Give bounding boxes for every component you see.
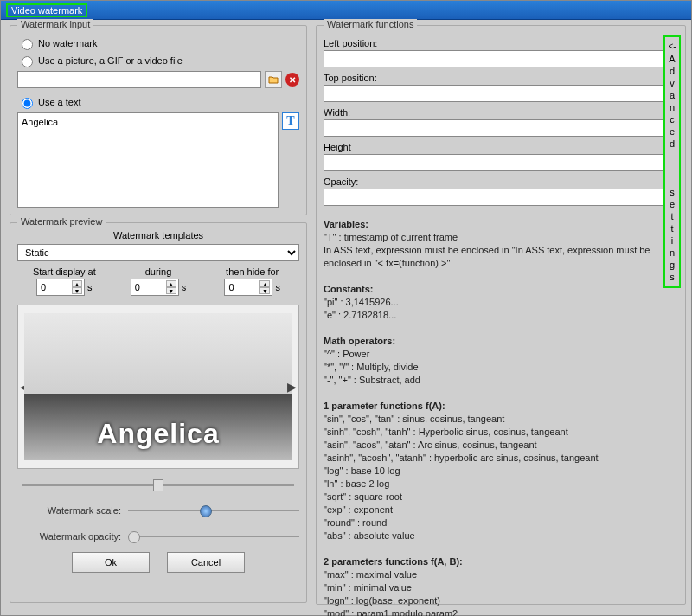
scale-slider[interactable]: [128, 504, 299, 517]
spin-up-icon[interactable]: ▲: [166, 280, 176, 287]
left-position-input[interactable]: [324, 50, 678, 67]
during-input[interactable]: [133, 281, 164, 293]
spin-down-icon[interactable]: ▼: [72, 287, 82, 294]
during-label: during: [112, 266, 206, 277]
scrub-thumb[interactable]: [153, 479, 163, 491]
spin-down-icon[interactable]: ▼: [166, 287, 176, 294]
clear-file-button[interactable]: ✕: [285, 73, 299, 87]
preview-image: Angelica: [24, 313, 292, 460]
opacity-fn-input[interactable]: [324, 189, 678, 206]
advanced-settings-label: Advancedsettings: [665, 53, 679, 283]
help-text: Variables: "T" : timestamp of current fr…: [324, 218, 678, 616]
cancel-button[interactable]: Cancel: [167, 552, 245, 573]
dialog-content: Watermark input No watermark Use a pictu…: [1, 20, 691, 615]
preview-area: ◀ Angelica ▶: [17, 305, 299, 469]
width-label: Width:: [324, 107, 678, 118]
unit-seconds: s: [182, 282, 187, 292]
window-title: Video watermark: [6, 3, 87, 17]
watermark-input-title: Watermark input: [17, 19, 93, 29]
watermark-preview-title: Watermark preview: [17, 216, 106, 227]
opacity-slider[interactable]: [128, 529, 299, 543]
templates-label: Watermark templates: [17, 230, 299, 241]
start-display-label: Start display at: [17, 266, 112, 277]
top-position-label: Top position:: [324, 73, 678, 83]
next-frame-button[interactable]: ▶: [287, 380, 297, 394]
use-text-option[interactable]: Use a text: [17, 95, 299, 109]
start-display-spinner[interactable]: ▲▼: [36, 279, 85, 296]
use-picture-label: Use a picture, a GIF or a video file: [38, 55, 183, 66]
use-text-label: Use a text: [38, 97, 81, 107]
unit-seconds: s: [87, 282, 93, 292]
preview-watermark-text: Angelica: [24, 418, 292, 450]
no-watermark-label: No watermark: [38, 38, 97, 48]
no-watermark-option[interactable]: No watermark: [17, 36, 299, 50]
left-column: Watermark input No watermark Use a pictu…: [1, 20, 312, 615]
template-combo[interactable]: Static: [17, 244, 299, 261]
slider-track: [128, 536, 299, 537]
right-column: Watermark functions Left position: Top p…: [312, 20, 691, 615]
hide-label: then hide for: [205, 266, 299, 277]
use-text-radio[interactable]: [22, 98, 33, 109]
text-style-button[interactable]: T: [282, 112, 299, 130]
window-titlebar[interactable]: Video watermark: [1, 1, 691, 20]
video-watermark-dialog: Video watermark <- Advancedsettings Wate…: [0, 0, 692, 616]
height-label: Height: [324, 142, 678, 152]
watermark-preview-group: Watermark preview Watermark templates St…: [10, 222, 307, 603]
picture-path-input[interactable]: [17, 71, 261, 88]
height-input[interactable]: [324, 154, 678, 171]
watermark-functions-title: Watermark functions: [324, 19, 417, 29]
ok-button[interactable]: Ok: [72, 552, 150, 573]
during-spinner[interactable]: ▲▼: [131, 279, 179, 296]
left-position-label: Left position:: [324, 38, 678, 48]
unit-seconds: s: [275, 282, 280, 292]
timeline-scrubber[interactable]: [17, 479, 299, 491]
watermark-text-input[interactable]: [17, 112, 279, 208]
scale-label: Watermark scale:: [17, 505, 121, 516]
use-picture-radio[interactable]: [22, 56, 33, 67]
slider-track: [128, 510, 299, 511]
folder-icon: [268, 74, 279, 85]
opacity-label: Watermark opacity:: [17, 531, 121, 542]
advanced-settings-tab[interactable]: <- Advancedsettings: [663, 35, 681, 288]
spin-down-icon[interactable]: ▼: [260, 287, 270, 294]
spin-up-icon[interactable]: ▲: [260, 280, 270, 287]
hide-spinner[interactable]: ▲▼: [224, 279, 272, 296]
start-display-input[interactable]: [39, 281, 70, 293]
scale-thumb[interactable]: [200, 505, 212, 517]
spin-up-icon[interactable]: ▲: [72, 280, 82, 287]
hide-input[interactable]: [227, 281, 258, 293]
watermark-input-group: Watermark input No watermark Use a pictu…: [10, 25, 307, 215]
browse-file-button[interactable]: [265, 71, 282, 88]
width-input[interactable]: [324, 119, 678, 137]
top-position-input[interactable]: [324, 85, 678, 102]
opacity-fn-label: Opacity:: [324, 176, 678, 187]
collapse-arrow-icon: <-: [665, 41, 679, 53]
watermark-functions-group: Watermark functions Left position: Top p…: [316, 25, 686, 605]
no-watermark-radio[interactable]: [22, 39, 33, 50]
use-picture-option[interactable]: Use a picture, a GIF or a video file: [17, 54, 299, 67]
opacity-thumb[interactable]: [128, 531, 140, 543]
